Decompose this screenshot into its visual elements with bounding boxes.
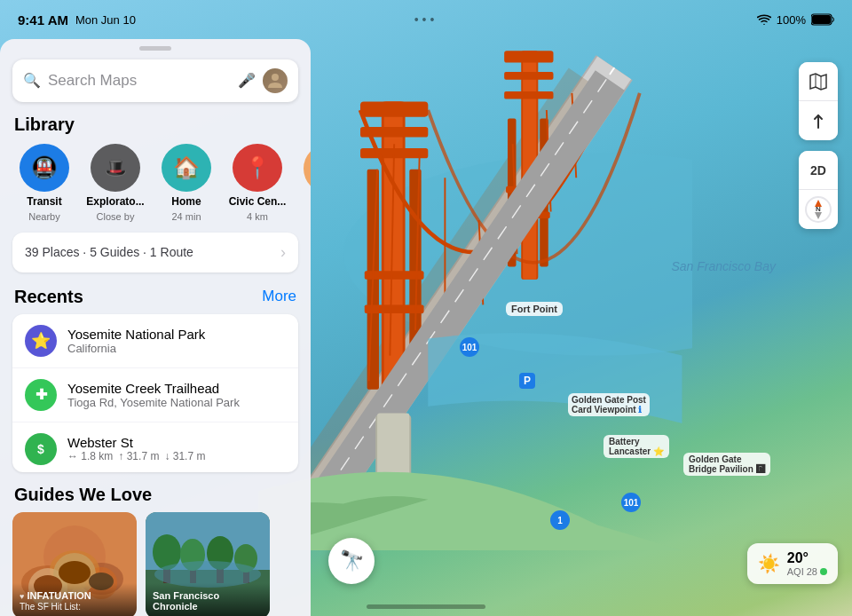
svg-rect-10 xyxy=(365,304,424,313)
library-section-label: Library xyxy=(0,111,311,144)
exploratorium-icon: 🎩 xyxy=(91,144,140,192)
places-text: 39 Places · 5 Guides · 1 Route xyxy=(25,245,193,259)
yosemite-creek-sub: Tioga Rd, Yosemite National Park xyxy=(67,396,286,409)
battery-icon xyxy=(811,13,834,26)
home-indicator[interactable] xyxy=(367,604,485,609)
guide-card-infatuation[interactable]: ♥ INFATUATION The SF Hit List: xyxy=(12,512,137,616)
webster-icon: $ xyxy=(25,433,57,465)
binoculars-button[interactable]: 🔭 xyxy=(328,538,375,584)
yosemite-creek-info: Yosemite Creek Trailhead Tioga Rd, Yosem… xyxy=(67,381,286,409)
guides-section-label: Guides We Love xyxy=(0,472,311,512)
infatuation-title: ♥ INFATUATION The SF Hit List: xyxy=(20,590,130,612)
civic-label: Civic Cen... xyxy=(229,195,287,208)
svg-rect-14 xyxy=(504,72,553,80)
status-bar: 9:41 AM Mon Jun 10 ••• 100% xyxy=(0,0,852,39)
recent-item-yosemite-park[interactable]: ⭐ Yosemite National Park California xyxy=(12,314,298,368)
exploratorium-label: Explorato... xyxy=(86,195,144,208)
svg-rect-31 xyxy=(812,15,831,24)
guides-row: ♥ INFATUATION The SF Hit List: xyxy=(0,512,311,616)
viewpoint-label: Golden Gate PostCard Viewpoint ℹ xyxy=(568,393,650,416)
map-btn-group-2: 2D N xyxy=(799,151,838,229)
status-indicators: 100% xyxy=(757,13,834,27)
yosemite-park-sub: California xyxy=(67,342,286,355)
extra-icon: ⭐ xyxy=(304,144,311,193)
yosemite-park-name: Yosemite National Park xyxy=(67,327,286,342)
yosemite-park-info: Yosemite National Park California xyxy=(67,327,286,355)
recents-list: ⭐ Yosemite National Park California ✚ Yo… xyxy=(12,314,298,472)
search-bar[interactable]: 🔍 Search Maps 🎤 xyxy=(12,59,298,102)
svg-rect-4 xyxy=(360,101,428,116)
drag-handle[interactable] xyxy=(139,46,171,51)
yosemite-creek-icon: ✚ xyxy=(25,379,57,411)
parking-marker: P xyxy=(519,373,535,389)
pavilion-label: Golden GateBridge Pavilion 🅿 xyxy=(683,453,770,476)
webster-name: Webster St xyxy=(67,435,286,450)
home-icon: 🏠 xyxy=(162,144,211,192)
weather-aqi: AQI 28 xyxy=(787,566,827,577)
quick-item-exploratorium[interactable]: 🎩 Explorato... Close by xyxy=(83,144,147,222)
webster-stats: ↔ 1.8 km↑ 31.7 m↓ 31.7 m xyxy=(67,450,286,462)
civic-icon: 📍 xyxy=(233,144,282,192)
webster-info: Webster St ↔ 1.8 km↑ 31.7 m↓ 31.7 m xyxy=(67,435,286,462)
places-row[interactable]: 39 Places · 5 Guides · 1 Route › xyxy=(12,233,298,272)
home-sub: 24 min xyxy=(171,211,201,222)
highway-101-badge: 101 xyxy=(460,337,479,357)
highway-101-badge-2: 101 xyxy=(621,493,641,512)
microphone-icon[interactable]: 🎤 xyxy=(238,72,256,89)
guide-card-chronicle[interactable]: San Francisco Chronicle xyxy=(146,512,270,616)
search-input[interactable]: Search Maps xyxy=(48,72,231,90)
transit-sub: Nearby xyxy=(28,211,59,222)
yosemite-creek-name: Yosemite Creek Trailhead xyxy=(67,381,286,396)
quick-item-home[interactable]: 🏠 Home 24 min xyxy=(154,144,218,222)
yosemite-park-icon: ⭐ xyxy=(25,325,57,357)
weather-temp: 20° xyxy=(787,550,827,566)
golden-gate-bridge xyxy=(248,0,692,550)
chronicle-overlay: San Francisco Chronicle xyxy=(146,583,270,616)
svg-point-32 xyxy=(272,74,279,81)
infatuation-overlay: ♥ INFATUATION The SF Hit List: xyxy=(12,583,137,616)
quick-item-transit[interactable]: 🚇 Transit Nearby xyxy=(12,144,76,222)
quick-access-row: 🚇 Transit Nearby 🎩 Explorato... Close by… xyxy=(0,144,311,222)
compass-button[interactable]: N xyxy=(799,190,838,229)
three-dots: ••• xyxy=(414,12,438,28)
svg-rect-13 xyxy=(504,51,553,62)
battery-level: 100% xyxy=(777,13,806,27)
status-time: 9:41 AM xyxy=(18,12,68,28)
fort-point-label: Fort Point xyxy=(506,302,563,316)
user-avatar[interactable] xyxy=(263,68,288,93)
quick-item-civic[interactable]: 📍 Civic Cen... 4 km xyxy=(225,144,289,222)
quick-item-extra[interactable]: ⭐ xyxy=(296,144,311,222)
status-date: Mon Jun 10 xyxy=(75,13,136,27)
svg-rect-15 xyxy=(504,91,553,99)
sf-bay-label: San Francisco Bay xyxy=(667,257,782,275)
recents-label: Recents xyxy=(14,287,83,307)
search-icon: 🔍 xyxy=(23,72,41,89)
sidebar-panel: 🔍 Search Maps 🎤 Library 🚇 Transit Nearby… xyxy=(0,39,311,616)
chronicle-title: San Francisco Chronicle xyxy=(153,590,263,612)
civic-sub: 4 km xyxy=(247,211,268,222)
directions-button[interactable] xyxy=(799,101,838,140)
map-controls: 2D N xyxy=(799,62,838,229)
transit-icon: 🚇 xyxy=(20,144,69,192)
recents-more-button[interactable]: More xyxy=(262,288,296,305)
transit-label: Transit xyxy=(27,195,61,208)
home-label: Home xyxy=(171,195,201,208)
battery-label: BatteryLancaster ⭐ xyxy=(604,435,669,458)
exploratorium-sub: Close by xyxy=(97,211,135,222)
recents-header: Recents More xyxy=(0,283,311,314)
recent-item-yosemite-creek[interactable]: ✚ Yosemite Creek Trailhead Tioga Rd, Yos… xyxy=(12,368,298,423)
map-view-button[interactable] xyxy=(799,62,838,101)
weather-sun-icon: ☀️ xyxy=(758,553,780,574)
svg-point-43 xyxy=(59,561,91,584)
map-btn-group-1 xyxy=(799,62,838,140)
recent-item-webster[interactable]: $ Webster St ↔ 1.8 km↑ 31.7 m↓ 31.7 m xyxy=(12,423,298,472)
aqi-dot xyxy=(820,568,827,575)
highway-1-badge: 1 xyxy=(550,510,570,530)
weather-widget[interactable]: ☀️ 20° AQI 28 xyxy=(747,543,838,584)
wifi-icon xyxy=(757,14,771,25)
view-2d-button[interactable]: 2D xyxy=(799,151,838,190)
places-chevron-icon: › xyxy=(280,243,286,262)
